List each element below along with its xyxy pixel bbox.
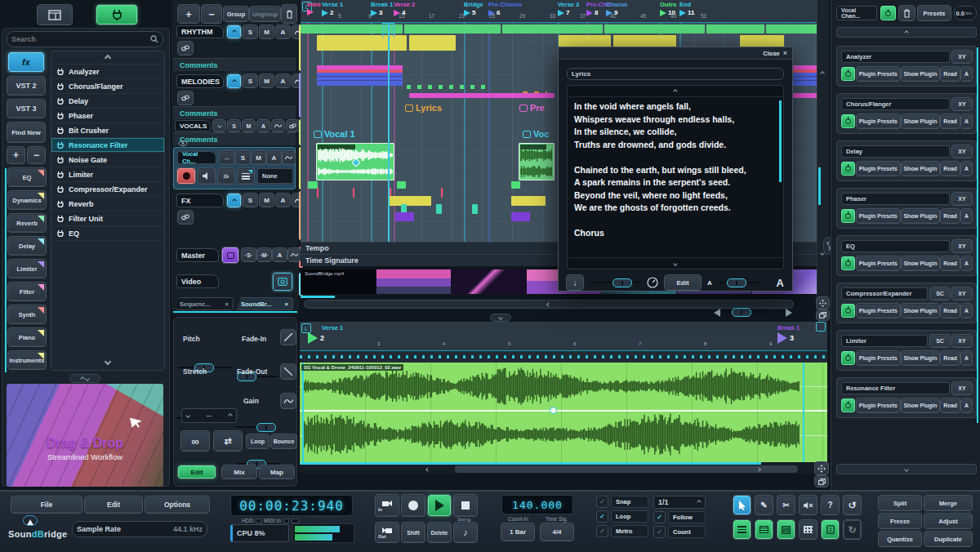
arrange-hscrollbar[interactable] [304,300,794,309]
master-automation-button[interactable]: A [273,248,287,261]
toggle-row[interactable]: ✓ Snap [596,496,648,508]
master-solo-button[interactable]: ·S· [242,248,256,261]
tab-vst3[interactable]: VST 3 [7,100,45,118]
plugin-power-button[interactable] [841,67,855,81]
promo-banner[interactable]: Drag & Drop Streamlined Workflow [7,384,163,487]
automation-button[interactable]: A [961,67,972,81]
bpm-display[interactable]: 140.000 [501,495,573,514]
locator-flag-icon[interactable] [816,322,826,332]
link-button[interactable] [178,42,193,55]
plugin-presets-button[interactable]: Plugin Presets [857,398,900,412]
punch-out-button[interactable]: Out [376,523,399,542]
plugin-name-field[interactable]: Resonance Filter [841,382,950,394]
editor-hscrollbar[interactable] [300,462,827,474]
sidechain-button[interactable]: SC [930,335,950,347]
punch-in-button[interactable]: In [376,495,399,516]
pitch-mode-stepper[interactable]: -- [181,408,237,423]
plugins-toggle-button[interactable] [96,5,137,24]
midi-notes-row[interactable] [407,85,491,89]
clip[interactable] [604,24,705,33]
action-button[interactable]: Adjust [924,514,972,528]
category-button[interactable]: Dynamics [8,191,46,209]
audio-clip-vocal2[interactable] [519,143,555,180]
clip[interactable] [317,35,407,51]
plugin-presets-button[interactable]: Plugin Presets [857,67,900,81]
action-button[interactable]: Quantize [879,532,921,546]
loop-button[interactable]: Loop [247,434,269,448]
chain-scrollbar-thumb[interactable] [977,47,978,423]
menu-button[interactable]: Edit [85,496,142,513]
clip[interactable] [409,93,555,98]
plugin-list-scroll-up[interactable] [51,51,164,65]
help-tool-button[interactable]: ? [822,496,839,514]
plugin-list-item[interactable]: Reverb [51,197,164,211]
shift-button[interactable]: Shift [402,523,425,542]
plugin-presets-button[interactable]: Plugin Presets [857,162,900,176]
category-button[interactable]: Piano [8,328,46,346]
category-button[interactable]: Reverb [8,214,46,232]
category-button[interactable]: Filter [8,283,46,300]
track-name-rhythm[interactable]: RHYTHM [176,25,224,38]
curve-button[interactable] [283,151,295,164]
plugin-chain-card[interactable]: Chorus/Flanger SC XY Plugin Presets Show… [836,93,977,134]
arrangement-comment[interactable]: Voc [523,129,549,139]
mute-button[interactable]: M [260,194,274,207]
sidechain-button[interactable]: SC [930,287,950,300]
automation-button[interactable]: A [961,162,972,176]
remove-track-button[interactable]: − [202,5,221,23]
solo-button[interactable]: S [243,74,257,87]
show-plugin-button[interactable]: Show Plugin [902,398,940,412]
chevron-down-icon[interactable] [185,413,190,418]
plugin-name-field[interactable]: Delay [841,145,950,158]
clip-launcher-button[interactable] [822,520,839,539]
gain-curve-button[interactable] [281,394,296,408]
zoom-in-icon[interactable] [786,309,792,317]
plugin-list-item[interactable]: Analyzer [51,65,164,79]
plugin-chain-card[interactable]: Analyzer SC XY Plugin Presets Show Plugi… [836,46,977,87]
record-button[interactable] [402,495,425,516]
clip[interactable] [436,204,442,214]
toggle-row[interactable]: ✓ Count [653,526,706,538]
lyrics-title-field[interactable]: Lyrics [567,68,784,80]
monitor-button[interactable] [198,168,215,184]
curve-button[interactable] [272,120,284,131]
pan-tool-button[interactable] [817,297,829,309]
category-button[interactable]: EQ [8,168,46,186]
master-mute-button[interactable]: ·M· [257,248,271,261]
automation-button[interactable]: A [961,256,972,270]
collapse-chevron-icon[interactable] [227,194,241,207]
menu-button[interactable]: File [11,496,82,513]
expand-chevron-icon[interactable] [213,120,225,131]
xy-pad-button[interactable]: XY [952,98,972,110]
browser-toggle-button[interactable] [38,5,72,24]
lyrics-scrollbar-thumb[interactable] [779,100,782,182]
tab-fx[interactable]: fx [8,52,44,72]
automation-button[interactable]: A [961,114,972,128]
plugin-list-item[interactable]: Delay [51,94,164,109]
lyrics-titlebar[interactable]: Close × [559,47,792,60]
plugin-name-field[interactable]: Compressor/Expander [841,287,928,300]
draw-tool-button[interactable]: ✎ [755,496,773,514]
arrangement-comment[interactable]: Lyrics [405,103,442,113]
clip[interactable] [395,212,414,221]
search-input[interactable] [11,35,150,43]
show-plugin-button[interactable]: Show Plugin [902,114,940,128]
plugin-chain-card[interactable]: EQ SC XY Plugin Presets Show Plugin Read… [836,235,977,276]
show-plugin-button[interactable]: Show Plugin [902,256,940,270]
automation-button[interactable]: A [961,398,972,412]
category-button[interactable]: Limiter [8,260,46,278]
group-button[interactable]: Group [224,7,248,21]
xy-pad-button[interactable]: XY [952,51,972,63]
hscroll-thumb[interactable] [455,465,798,473]
comments-lane-vocals[interactable]: Comments [173,132,296,145]
clip[interactable] [502,24,603,33]
lyrics-text[interactable]: In the void where angels fall,Whispers w… [568,97,783,245]
plugin-list-item[interactable]: EQ [51,226,164,241]
clip[interactable] [706,24,764,33]
lyrics-scroll-up[interactable] [568,86,783,97]
editor-marker-right-flag[interactable]: 3 [777,332,794,344]
plugin-list-item[interactable]: Noise Gate [51,153,164,167]
lyrics-window[interactable]: Close × Lyrics In the void where angels … [558,47,793,292]
plugin-list-item[interactable]: Compressor/Expander [51,182,164,197]
gain-line[interactable] [300,410,827,412]
